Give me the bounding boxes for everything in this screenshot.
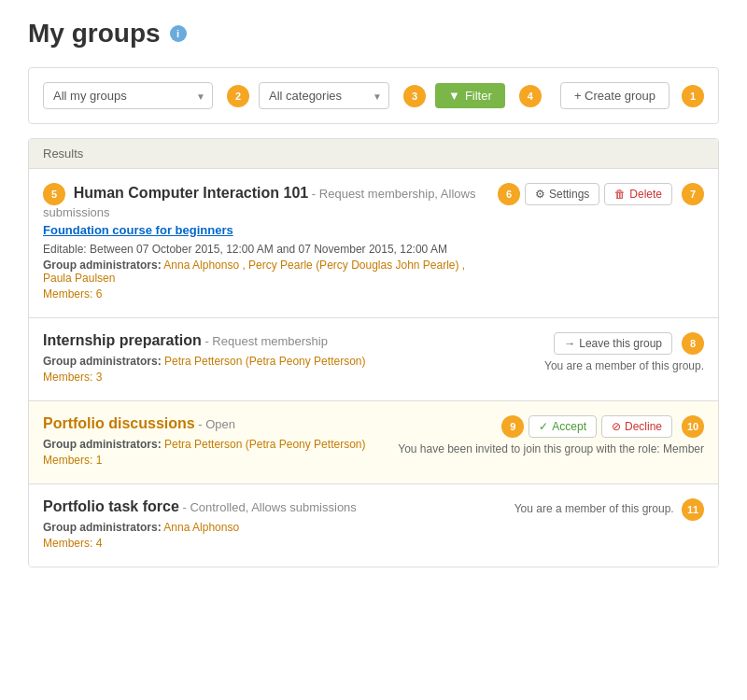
decline-icon: ⊘: [612, 420, 621, 433]
group-2-actions-area: → Leave this group 8 You are a member of…: [536, 332, 704, 372]
toolbar-right: + Create group 1: [560, 82, 704, 109]
group-2-admin-names[interactable]: Petra Petterson (Petra Peony Petterson): [164, 355, 365, 368]
group-1-description[interactable]: Foundation course for beginners: [43, 223, 493, 237]
leave-arrow-icon: →: [564, 337, 575, 350]
create-group-button-label: + Create group: [574, 89, 655, 103]
group-1-actions-area: 6 ⚙ Settings 🗑 Delete 7: [493, 183, 704, 205]
group-2-members-link[interactable]: Members: 3: [43, 371, 102, 384]
badge-7: 7: [682, 183, 704, 205]
group-1-admins: Group administrators: Anna Alphonso , Pe…: [43, 259, 493, 285]
filter-button[interactable]: ▼ Filter: [435, 83, 505, 108]
group-filter-select[interactable]: All my groups Groups I administer Groups…: [43, 82, 213, 109]
group-4-subtitle: - Controlled, Allows submissions: [182, 500, 356, 514]
leave-button-2[interactable]: → Leave this group: [554, 332, 672, 355]
group-3-admins: Group administrators: Petra Petterson (P…: [43, 438, 398, 451]
group-3-content: Portfolio discussions - Open Group admin…: [43, 415, 398, 469]
toolbar-left: All my groups Groups I administer Groups…: [43, 82, 542, 109]
filter-icon: ▼: [448, 89, 460, 103]
settings-button-1[interactable]: ⚙ Settings: [525, 183, 599, 205]
group-4-admin-names[interactable]: Anna Alphonso: [163, 521, 239, 534]
group-3-invite-status: You have been invited to join this group…: [398, 442, 704, 455]
checkmark-icon: ✓: [539, 420, 548, 433]
badge-2: 2: [227, 85, 249, 107]
group-2-members: Members: 3: [43, 371, 536, 384]
results-label: Results: [43, 147, 83, 161]
group-3-title: Portfolio discussions: [43, 415, 195, 431]
group-3-title-row: Portfolio discussions - Open: [43, 415, 398, 432]
category-filter-wrapper: All categories ▼: [259, 82, 389, 109]
group-4-title: Portfolio task force: [43, 498, 179, 514]
decline-button-3[interactable]: ⊘ Decline: [601, 415, 672, 438]
group-3-row: Portfolio discussions - Open Group admin…: [43, 415, 704, 469]
create-group-button[interactable]: + Create group: [560, 82, 669, 109]
badge-1: 1: [682, 85, 704, 107]
group-item-4: Portfolio task force - Controlled, Allow…: [29, 484, 718, 567]
delete-label: Delete: [629, 188, 662, 201]
settings-label: Settings: [549, 188, 589, 201]
badge-9: 9: [501, 415, 524, 438]
group-2-title: Internship preparation: [43, 332, 202, 348]
results-header: Results: [29, 139, 718, 169]
group-4-actions-area: You are a member of this group. 11: [514, 498, 704, 521]
delete-button-1[interactable]: 🗑 Delete: [604, 183, 672, 205]
badge-3: 3: [403, 85, 426, 107]
group-item-3: Portfolio discussions - Open Group admin…: [29, 401, 718, 484]
badge-4: 4: [519, 85, 542, 107]
badge-5: 5: [43, 183, 65, 205]
group-4-member-status: You are a member of this group. 11: [514, 498, 704, 521]
badge-10: 10: [682, 415, 704, 438]
group-item-2: Internship preparation - Request members…: [29, 318, 718, 401]
leave-label: Leave this group: [579, 337, 662, 350]
page-title: My groups: [28, 19, 161, 49]
decline-label: Decline: [625, 420, 662, 433]
group-2-member-status: You are a member of this group.: [544, 359, 704, 372]
group-2-admins: Group administrators: Petra Petterson (P…: [43, 355, 536, 368]
group-4-title-row: Portfolio task force - Controlled, Allow…: [43, 498, 514, 515]
group-1-title-row: 5 Human Computer Interaction 101 - Reque…: [43, 183, 493, 219]
group-3-actions: 9 ✓ Accept ⊘ Decline 10: [497, 415, 704, 438]
group-2-subtitle: - Request membership: [204, 334, 328, 348]
toolbar: All my groups Groups I administer Groups…: [28, 67, 719, 124]
group-3-subtitle: - Open: [198, 417, 235, 431]
group-1-members: Members: 6: [43, 287, 493, 301]
group-4-row: Portfolio task force - Controlled, Allow…: [43, 498, 704, 553]
group-1-row: 5 Human Computer Interaction 101 - Reque…: [43, 183, 704, 303]
category-filter-select[interactable]: All categories: [259, 82, 389, 109]
badge-11: 11: [682, 498, 704, 521]
group-2-row: Internship preparation - Request members…: [43, 332, 704, 386]
group-2-content: Internship preparation - Request members…: [43, 332, 536, 386]
group-4-content: Portfolio task force - Controlled, Allow…: [43, 498, 514, 553]
results-section: Results 5 Human Computer Interaction 101…: [28, 138, 719, 567]
group-3-admin-names[interactable]: Petra Petterson (Petra Peony Petterson): [164, 438, 365, 451]
group-2-title-row: Internship preparation - Request members…: [43, 332, 536, 349]
group-3-members: Members: 1: [43, 454, 398, 467]
badge-6: 6: [498, 183, 520, 205]
group-1-actions: 6 ⚙ Settings 🗑 Delete 7: [493, 183, 704, 205]
group-1-editable: Editable: Between 07 October 2015, 12:00…: [43, 243, 493, 256]
badge-8: 8: [682, 332, 704, 355]
group-1-title: Human Computer Interaction 101: [74, 185, 309, 201]
group-item-1: 5 Human Computer Interaction 101 - Reque…: [29, 169, 718, 318]
group-filter-wrapper: All my groups Groups I administer Groups…: [43, 82, 213, 109]
group-2-actions: → Leave this group 8: [554, 332, 704, 355]
trash-icon: 🗑: [614, 188, 626, 201]
settings-icon: ⚙: [535, 188, 545, 201]
info-icon[interactable]: i: [170, 25, 187, 42]
accept-label: Accept: [552, 420, 586, 433]
group-1-content: 5 Human Computer Interaction 101 - Reque…: [43, 183, 493, 303]
group-3-members-link[interactable]: Members: 1: [43, 454, 102, 467]
group-3-actions-area: 9 ✓ Accept ⊘ Decline 10 You have been in…: [398, 415, 704, 455]
accept-button-3[interactable]: ✓ Accept: [529, 415, 597, 438]
group-4-members-link[interactable]: Members: 4: [43, 537, 102, 550]
filter-button-label: Filter: [465, 89, 492, 103]
group-4-admins: Group administrators: Anna Alphonso: [43, 521, 514, 534]
group-4-members: Members: 4: [43, 537, 514, 550]
group-1-members-link[interactable]: Members: 6: [43, 287, 102, 301]
